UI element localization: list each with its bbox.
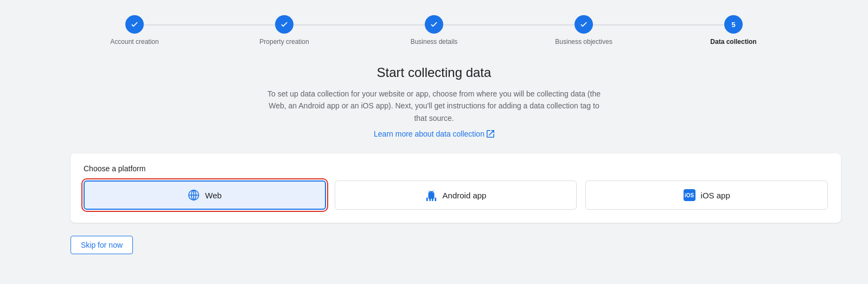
- external-link-icon: [487, 130, 494, 138]
- page-description: To set up data collection for your websi…: [266, 88, 602, 124]
- platform-web-label: Web: [205, 191, 222, 200]
- step-circle-data-collection: 5: [724, 15, 743, 34]
- check-icon: [430, 20, 438, 29]
- step-circle-business-objectives: [575, 15, 593, 34]
- step-label-business-objectives: Business objectives: [555, 38, 612, 46]
- step-circle-account-creation: [125, 15, 144, 34]
- stepper: Account creation Property creation Busin…: [27, 0, 841, 46]
- android-icon: [425, 189, 437, 201]
- ios-badge-icon: iOS: [684, 189, 695, 201]
- platform-button-android[interactable]: Android app: [335, 180, 577, 210]
- platform-buttons: Web Android app iOS iOS app: [84, 180, 828, 210]
- check-icon: [579, 20, 588, 29]
- platform-ios-label: iOS app: [701, 191, 730, 200]
- step-business-objectives: Business objectives: [509, 15, 659, 46]
- check-icon: [280, 20, 289, 29]
- step-label-data-collection: Data collection: [710, 38, 756, 46]
- step-number-data-collection: 5: [731, 21, 735, 29]
- learn-more-label: Learn more about data collection: [374, 130, 484, 138]
- lower-section: Choose a platform Web Android app: [27, 153, 841, 254]
- globe-icon: [188, 189, 200, 201]
- step-label-business-details: Business details: [411, 38, 458, 46]
- platform-button-ios[interactable]: iOS iOS app: [585, 180, 828, 210]
- step-property-creation: Property creation: [209, 15, 359, 46]
- platform-button-web[interactable]: Web: [84, 180, 326, 210]
- step-data-collection: 5 Data collection: [659, 15, 808, 46]
- step-business-details: Business details: [359, 15, 509, 46]
- platform-android-label: Android app: [443, 191, 487, 200]
- platform-section-label: Choose a platform: [84, 164, 828, 173]
- skip-for-now-button[interactable]: Skip for now: [71, 236, 133, 254]
- step-label-property-creation: Property creation: [259, 38, 309, 46]
- step-circle-property-creation: [275, 15, 293, 34]
- check-icon: [130, 20, 139, 29]
- learn-more-link[interactable]: Learn more about data collection: [374, 130, 494, 138]
- step-circle-business-details: [425, 15, 443, 34]
- platform-card: Choose a platform Web Android app: [71, 153, 841, 223]
- main-content: Start collecting data To set up data col…: [190, 46, 678, 153]
- step-account-creation: Account creation: [60, 15, 209, 46]
- step-label-account-creation: Account creation: [110, 38, 158, 46]
- page-title: Start collecting data: [377, 65, 492, 80]
